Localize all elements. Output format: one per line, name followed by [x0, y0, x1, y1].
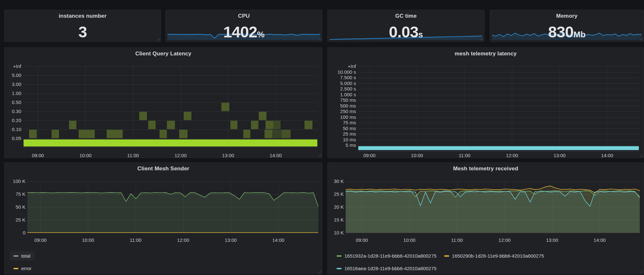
y-axis-label: 75 ms	[328, 120, 356, 126]
x-axis-label: 10:00	[399, 237, 420, 243]
panel-title[interactable]: mesh telemetry latency	[328, 51, 644, 57]
y-axis-label: 0.05	[5, 136, 21, 141]
legend-row: total	[10, 251, 36, 261]
panel-cpu: CPU 1402%	[165, 10, 322, 42]
y-axis-label: +Inf	[5, 63, 21, 69]
x-axis-label: 13:00	[218, 153, 238, 158]
y-axis-label: 0.50	[5, 100, 21, 105]
line-chart-svg	[346, 181, 640, 233]
heatmap-cell	[272, 130, 281, 138]
y-axis-label: 25 K	[328, 191, 344, 197]
y-axis-label: 100 K	[5, 178, 25, 184]
h-gridline	[358, 95, 639, 95]
h-gridline	[346, 233, 640, 233]
stat-value: 3	[5, 23, 161, 41]
heatmap-cell	[167, 121, 175, 129]
legend-item[interactable]: 1650290b-1d28-11e9-bbb6-42010a800275	[441, 251, 549, 261]
y-axis-label: 1.00	[5, 90, 21, 96]
v-gridline	[512, 66, 512, 151]
heatmap-bottom-bucket-bar	[358, 146, 639, 150]
h-gridline	[358, 145, 639, 146]
x-axis-label: 13:00	[542, 237, 562, 243]
stat-unit: s	[418, 30, 423, 39]
heatmap-cell	[107, 130, 123, 138]
legend-item[interactable]: total	[10, 251, 35, 261]
x-axis-label: 11:00	[454, 153, 475, 158]
grafana-dashboard: { "dashboard": { "bg_color": "#131417", …	[0, 0, 644, 275]
y-axis-label: 75 K	[5, 191, 25, 197]
x-axis-label: 14:00	[265, 153, 286, 158]
y-axis-label: +Inf	[328, 63, 356, 69]
y-axis-label: 0.10	[5, 127, 21, 132]
h-gridline	[358, 128, 639, 129]
heatmap-cell	[69, 121, 77, 129]
panel-client-query-latency: Client Query Latency +Inf5.003.001.000.5…	[4, 47, 322, 158]
y-axis-label: 750 ms	[328, 97, 356, 103]
client-query-latency-heatmap[interactable]: +Inf5.003.001.000.500.300.200.100.0509:0…	[5, 61, 322, 158]
y-axis-label: 20 K	[328, 204, 344, 210]
heatmap-cell	[230, 121, 237, 129]
y-axis-label: 2.500 s	[328, 86, 356, 92]
heatmap-cell	[251, 121, 259, 129]
legend-row: error	[10, 264, 36, 273]
stat-unit: Mb	[573, 30, 586, 39]
panel-title[interactable]: Client Mesh Sender	[5, 166, 322, 172]
heatmap-cell	[79, 130, 95, 138]
h-gridline	[27, 233, 318, 233]
x-axis-label: 14:00	[589, 237, 610, 243]
panel-title[interactable]: GC time	[328, 13, 484, 19]
heatmap-cell	[159, 130, 167, 138]
h-gridline	[23, 84, 318, 85]
h-gridline	[23, 138, 318, 139]
h-gridline	[358, 89, 639, 89]
stat-value: 830Mb	[490, 23, 644, 41]
heatmap-cell	[304, 121, 313, 129]
y-axis-label: 0	[5, 230, 25, 236]
line-chart-svg	[27, 181, 318, 233]
x-axis-label: 09:00	[28, 153, 48, 158]
panel-client-mesh-sender: Client Mesh Sender 100 K75 K50 K25 K009:…	[4, 162, 322, 274]
legend-item[interactable]: 16516aea-1d28-11e9-bbb6-42010a800275	[333, 264, 441, 273]
x-axis-label: 10:00	[78, 237, 98, 243]
y-axis-label: 50 ms	[328, 126, 356, 131]
heatmap-bottom-bucket-bar	[24, 139, 317, 147]
heatmap-cell	[265, 121, 273, 129]
x-axis-label: 12:00	[173, 237, 194, 243]
v-gridline	[560, 66, 560, 151]
mesh-telemetry-received-graph[interactable]: 30 K25 K20 K15 K10 K09:0010:0011:0012:00…	[328, 175, 644, 274]
legend-label: error	[21, 266, 32, 271]
legend-item[interactable]: error	[10, 264, 36, 273]
heatmap-cell	[29, 130, 37, 138]
heatmap-cell	[179, 130, 187, 138]
legend-label: 1650290b-1d28-11e9-bbb6-42010a800275	[452, 253, 544, 259]
x-axis-label: 09:00	[359, 153, 380, 158]
heatmap-cell	[243, 130, 250, 138]
panel-title[interactable]: CPU	[166, 13, 322, 19]
panel-title[interactable]: Mesh telemetry received	[328, 166, 644, 172]
h-gridline	[358, 83, 639, 84]
legend-label: 16516aea-1d28-11e9-bbb6-42010a800275	[344, 266, 437, 271]
panel-title[interactable]: Client Query Latency	[5, 51, 322, 57]
x-axis-label: 14:00	[268, 237, 289, 243]
v-gridline	[465, 66, 465, 151]
panel-title[interactable]: instances number	[5, 13, 161, 19]
x-axis-label: 09:00	[30, 237, 51, 243]
h-gridline	[358, 140, 639, 140]
legend: totalerror	[10, 251, 36, 275]
h-gridline	[358, 134, 639, 134]
legend-row: 1651932a-1d28-11e9-bbb6-42010a8002751650…	[333, 251, 549, 261]
y-axis-label: 30 K	[328, 178, 344, 184]
legend-swatch-icon	[444, 255, 449, 257]
h-gridline	[358, 117, 639, 118]
h-gridline	[23, 93, 318, 94]
mesh-telemetry-latency-heatmap[interactable]: +Inf10.000 s7.500 s5.000 s2.500 s1.000 s…	[328, 61, 644, 158]
x-axis-label: 12:00	[494, 237, 515, 243]
y-axis-label: 50 K	[5, 204, 25, 210]
client-mesh-sender-graph[interactable]: 100 K75 K50 K25 K009:0010:0011:0012:0013…	[5, 175, 322, 274]
legend-item[interactable]: 1651932a-1d28-11e9-bbb6-42010a800275	[333, 251, 441, 261]
x-axis-label: 11:00	[447, 237, 467, 243]
panel-title[interactable]: Memory	[490, 13, 644, 19]
h-gridline	[358, 111, 639, 112]
h-gridline	[358, 123, 639, 123]
legend-row: 16516aea-1d28-11e9-bbb6-42010a800275	[333, 264, 549, 273]
